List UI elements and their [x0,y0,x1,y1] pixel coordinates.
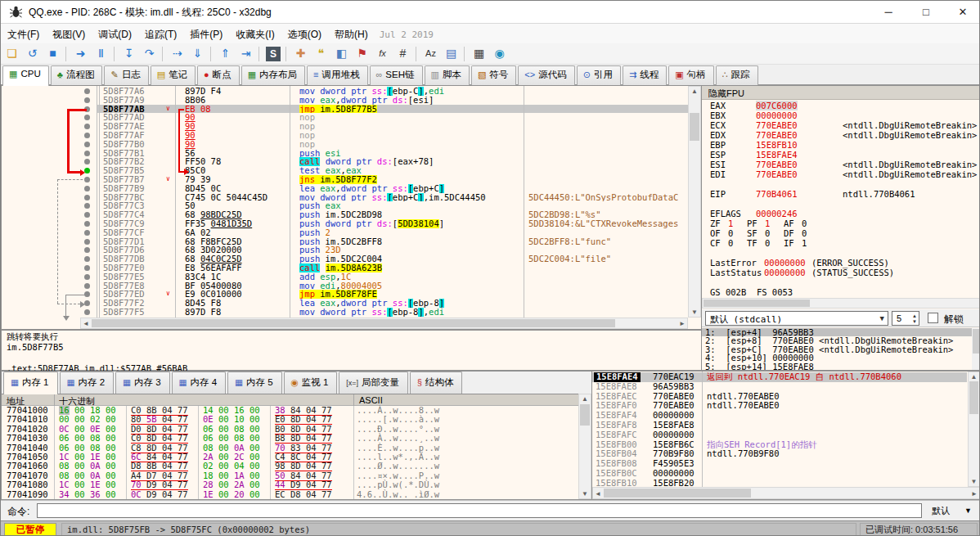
unlock-checkbox[interactable] [928,313,938,323]
tab-线程[interactable]: ⇉线程 [623,65,667,85]
tab-内存 2[interactable]: ▦内存 2 [60,372,115,394]
register-row[interactable]: EFLAGS00000246 [702,209,980,218]
breakpoint-dot[interactable] [84,159,90,164]
tab-结构体[interactable]: §结构体 [410,372,462,394]
stack-pane[interactable]: 15E8FAE4770EAC19返回到 ntdll.770EAC19 自 ntd… [591,371,980,500]
stack-row[interactable]: 15E8FAE4770EAC19返回到 ntdll.770EAC19 自 ntd… [592,372,967,382]
stack-row[interactable]: 15E8FB0015E8FB6C指向SEH_Record[1]的指针 [592,440,967,450]
register-row[interactable] [702,277,980,287]
breakpoint-dot[interactable] [84,283,90,289]
arguments-scrollbar[interactable] [972,328,980,371]
tab-脚本[interactable]: ▥脚本 [425,65,470,85]
disassembly-pane[interactable]: 5D8F77A6897D F4mov dword ptr ss:[ebp-C],… [1,85,702,330]
minimize-button[interactable]: ─ [874,1,902,23]
calling-convention-select[interactable]: 默认 (stdcall)▼ [705,311,888,326]
breakpoint-dot[interactable] [84,151,90,156]
menu-item-选[interactable]: 选项(O) [281,27,328,43]
breakpoint-dot[interactable] [84,309,90,315]
breakpoint-dot[interactable] [84,142,90,147]
breakpoint-dot[interactable] [84,124,90,129]
menu-item-插[interactable]: 插件(P) [183,27,229,43]
registers-horizontal-scrollbar[interactable] [702,298,980,309]
tab-内存 4[interactable]: ▦内存 4 [172,372,227,394]
register-row[interactable]: EBX00000000 [702,110,980,120]
tab-句柄[interactable]: ▣句柄 [668,65,713,85]
globe-icon[interactable]: ◉ [490,45,509,63]
calculator-icon[interactable]: ▦ [470,45,488,63]
pause-icon[interactable]: Ⅱ [92,45,110,63]
menu-item-收[interactable]: 收藏夹(I) [229,27,281,43]
register-row[interactable]: LastError00000000(ERROR_SUCCESS) [702,258,980,268]
maximize-button[interactable]: □ [912,1,940,23]
breakpoint-dot[interactable] [84,230,90,236]
function-icon[interactable]: fx [373,45,392,63]
bookmark-icon[interactable]: ⚑ [353,45,371,63]
breakpoint-dot[interactable] [84,88,90,94]
tab-内存 3[interactable]: ▦内存 3 [115,372,170,394]
breakpoint-dot[interactable] [84,265,90,271]
step-into-icon[interactable]: ↧ [119,45,138,63]
stack-row[interactable]: 15E8FAF400000000 [592,411,967,421]
tab-监视 1[interactable]: ◉监视 1 [284,372,338,394]
argument-count-stepper[interactable]: 5▲▼ [892,311,919,326]
hash-icon[interactable]: # [393,45,412,63]
breakpoint-dot[interactable] [84,256,90,262]
memory-dump-pane[interactable]: ▦内存 1▦内存 2▦内存 3▦内存 4▦内存 5◉监视 1[x=]局部变量§结… [1,371,592,500]
register-row[interactable]: EIP770B4061ntdll.770B4061 [702,189,980,199]
dump-vertical-scrollbar[interactable]: ▲ ▼ [578,394,591,499]
dump-row[interactable]: 7704109034 00 36 000C D9 04 771E 00 20 0… [2,490,578,499]
hide-fpu-button[interactable]: 隐藏FPU [702,86,980,100]
tab-源代码[interactable]: <>源代码 [518,65,574,85]
label-icon[interactable]: ◧ [332,45,351,63]
registers-pane[interactable]: 隐藏FPU EAX007C6000EBX00000000ECX770EABE0<… [701,85,980,371]
tab-调用堆栈[interactable]: ≡调用堆栈 [307,65,367,85]
breakpoint-dot[interactable] [84,97,90,103]
disasm-row[interactable]: 5D8F77B98D45 0Clea eax,dword ptr ss:[ebp… [2,184,688,193]
menu-item-追[interactable]: 追踪(T) [138,27,183,43]
disasm-row[interactable]: 5D8F77F5897D F8mov dword ptr ss:[ebp-8],… [2,308,688,317]
tab-内存 5[interactable]: ▦内存 5 [227,372,282,394]
register-row[interactable]: CF0TF0IF1 [702,238,980,248]
tab-符号[interactable]: ▧符号 [471,65,516,85]
register-row[interactable] [702,199,980,209]
az-icon[interactable]: Az [421,45,440,63]
stack-row[interactable]: 15E8FB04770B9F80ntdll.770B9F80 [592,449,967,459]
breakpoint-dot[interactable] [84,239,90,245]
breakpoint-dot[interactable] [84,195,90,200]
disasm-horizontal-scrollbar[interactable]: ◄ ► [80,318,688,329]
tab-日志[interactable]: ✎日志 [104,65,148,85]
register-row[interactable]: EAX007C6000 [702,101,980,110]
tab-CPU[interactable]: ▦CPU [2,65,49,86]
run-icon[interactable]: ➜ [71,45,90,63]
tab-内存 1[interactable]: ▦内存 1 [3,372,58,394]
restart-icon[interactable]: ↺ [23,45,42,63]
command-mode-select[interactable]: 默认▼ [927,503,976,518]
breakpoint-dot[interactable] [84,212,90,218]
breakpoint-dot[interactable] [84,221,90,227]
stop-icon[interactable]: ■ [43,45,62,63]
register-row[interactable]: OF0SF0DF0 [702,228,980,238]
disasm-row[interactable]: 5D8F77E583C4 1Cadd esp,1C [2,273,688,282]
stack-row[interactable]: 15E8FB08F45905E3 [592,459,967,469]
tab-局部变量[interactable]: [x=]局部变量 [339,372,408,394]
breakpoint-dot[interactable] [84,274,90,280]
breakpoint-dot[interactable] [84,115,90,120]
menu-item-视[interactable]: 视图(V) [46,27,92,43]
menu-item-文[interactable]: 文件(F) [1,27,46,43]
stack-vertical-scrollbar[interactable]: ▲ ▼ [968,372,980,487]
run-to-selection-icon[interactable]: ⇢ [168,45,187,63]
tab-跟踪[interactable]: ∴跟踪 [716,65,758,85]
register-row[interactable]: ESP15E8FAE4 [702,150,980,160]
disasm-row[interactable]: 5D8F77A98B06mov eax,dword ptr ds:[esi] [2,96,688,105]
tab-笔记[interactable]: ▤笔记 [151,65,196,85]
tab-流程图[interactable]: ♣流程图 [51,65,103,85]
breakpoint-dot[interactable] [84,133,90,138]
argument-row[interactable]: 5: [esp+14] 15E8FAE8 [702,363,972,371]
step-over-icon[interactable]: ↷ [140,45,159,63]
stack-row[interactable]: 15E8FAF815E8FAE8 [592,421,967,430]
disasm-row[interactable]: 5D8F77B090nop [2,140,688,149]
register-row[interactable] [702,248,980,258]
register-row[interactable]: LastStatus00000000(STATUS_SUCCESS) [702,268,980,277]
breakpoint-dot[interactable] [84,247,90,253]
close-button[interactable]: ✕ [949,1,977,23]
